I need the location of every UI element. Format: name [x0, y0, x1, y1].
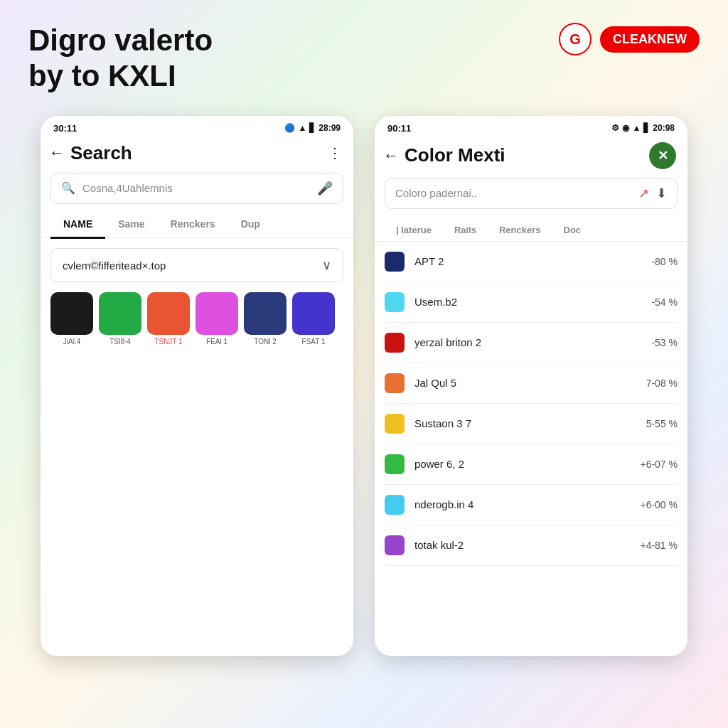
download-icon[interactable]: ⬇: [656, 186, 667, 201]
swatch-label-1: TSI8·4: [109, 338, 130, 346]
color-pct-4: 5-55 %: [635, 418, 678, 429]
right-phone: 90:11 ⚙ ◉ ▲ ▋ 20:98 ← Color Mexti ✕ Colo…: [375, 116, 687, 656]
color-dot-6: [385, 495, 405, 515]
back-arrow-left[interactable]: ←: [49, 144, 65, 162]
mic-icon[interactable]: 🎤: [317, 181, 333, 196]
nav-bar-left: ← Search ⋮: [41, 136, 353, 170]
color-dot-1: [385, 292, 405, 312]
list-item-3[interactable]: Jal Qul 5 7-08 %: [385, 363, 678, 404]
swatch-color-4: [244, 292, 287, 335]
signal-icon-r: ⚙: [611, 123, 619, 133]
tab-renckers-right[interactable]: Renckers: [488, 219, 552, 241]
tabs-right: | Iaterue Rails Renckers Doc: [375, 216, 687, 242]
color-dot-0: [385, 252, 405, 272]
color-pct-3: 7-08 %: [635, 378, 678, 389]
search-placeholder-right: Coloro padernai..: [395, 187, 631, 199]
search-input-text-left: Cosna,4Uahlemnis: [82, 182, 310, 194]
swatch-color-2: [147, 292, 190, 335]
color-pct-0: -80 %: [635, 256, 678, 267]
tab-doc[interactable]: Doc: [552, 219, 593, 241]
status-bar-right: 90:11 ⚙ ◉ ▲ ▋ 20:98: [375, 116, 687, 136]
list-item-7[interactable]: totak kul-2 +4-81 %: [385, 525, 678, 566]
color-name-1: Usem.b2: [414, 296, 625, 308]
battery-icon-r: ▋: [643, 123, 650, 133]
swatch-item-2[interactable]: TSNJT 1: [147, 292, 190, 346]
tab-same[interactable]: Same: [105, 211, 157, 239]
status-bar-left: 30:11 🔵 ▲ ▋ 28:99: [41, 116, 353, 136]
header-right: G CLEAKNEW: [559, 23, 700, 55]
close-button[interactable]: ✕: [649, 142, 676, 169]
color-name-4: Sustaon 3 7: [414, 417, 625, 429]
dropdown-text: cvlem©fifferitead×.top: [63, 259, 166, 272]
left-phone: 30:11 🔵 ▲ ▋ 28:99 ← Search ⋮ 🔍 Cosna,4Ua…: [41, 116, 353, 656]
color-dot-4: [385, 414, 405, 434]
dropdown-left[interactable]: cvlem©fifferitead×.top ∨: [50, 248, 343, 282]
list-item-5[interactable]: power 6, 2 +6-07 %: [385, 444, 678, 485]
nav-title-left: Search: [70, 142, 322, 164]
status-time-right-left: 90:11: [387, 123, 411, 134]
tab-renckers-left[interactable]: Renckers: [158, 211, 228, 239]
search-input-right[interactable]: Coloro padernai.. ↗ ⬇: [385, 178, 678, 209]
tab-rails[interactable]: Rails: [443, 219, 488, 241]
swatch-label-3: FEAl 1: [206, 338, 228, 346]
page-title: Digro valerto by to KXLI: [28, 23, 213, 95]
status-time-right-right: 20:98: [653, 123, 675, 133]
list-item-0[interactable]: APT 2 -80 %: [385, 242, 678, 282]
swatch-item-0[interactable]: JiAl.4: [50, 292, 93, 346]
more-menu-icon[interactable]: ⋮: [328, 144, 342, 161]
circle-icon-r: ◉: [622, 123, 629, 133]
list-item-2[interactable]: yerzal briton 2 -53 %: [385, 323, 678, 363]
color-list: APT 2 -80 % Usem.b2 -54 % yerzal briton …: [375, 242, 687, 656]
status-icons-left: 🔵 ▲ ▋ 28:99: [284, 123, 341, 133]
swatch-label-5: FSAT 1: [302, 338, 326, 346]
arrow-icon: ↗: [638, 186, 649, 201]
color-pct-5: +6-07 %: [635, 459, 678, 470]
swatch-label-0: JiAl.4: [63, 338, 80, 346]
swatch-color-1: [99, 292, 141, 335]
tab-name[interactable]: NAME: [50, 211, 105, 239]
chevron-down-icon: ∨: [322, 257, 331, 273]
battery-icon: ▋: [309, 123, 316, 133]
status-time-right: 28:99: [318, 123, 341, 133]
search-input-left[interactable]: 🔍 Cosna,4Uahlemnis 🎤: [50, 173, 343, 204]
back-arrow-right[interactable]: ←: [383, 146, 399, 165]
color-name-7: totak kul-2: [414, 539, 625, 551]
color-name-5: power 6, 2: [414, 458, 625, 470]
swatch-label-2: TSNJT 1: [154, 338, 182, 346]
list-item-6[interactable]: nderogb.in 4 +6-00 %: [385, 485, 678, 525]
status-time-left: 30:11: [53, 123, 77, 134]
tab-iaterue[interactable]: | Iaterue: [385, 219, 443, 241]
page-header: Digro valerto by to KXLI G CLEAKNEW: [0, 0, 728, 109]
color-pct-7: +4-81 %: [635, 540, 678, 551]
swatch-item-1[interactable]: TSI8·4: [99, 292, 141, 346]
color-name-3: Jal Qul 5: [414, 377, 625, 389]
wifi-icon-r: ▲: [632, 123, 641, 133]
color-dot-3: [385, 373, 405, 393]
wifi-icon: ▲: [298, 123, 306, 133]
color-pct-6: +6-00 %: [635, 499, 678, 510]
list-item-1[interactable]: Usem.b2 -54 %: [385, 282, 678, 323]
swatch-color-0: [50, 292, 93, 335]
color-pct-2: -53 %: [635, 337, 678, 348]
phones-container: 30:11 🔵 ▲ ▋ 28:99 ← Search ⋮ 🔍 Cosna,4Ua…: [0, 109, 728, 656]
list-item-4[interactable]: Sustaon 3 7 5-55 %: [385, 404, 678, 444]
tabs-left: NAME Same Renckers Dup: [41, 211, 353, 239]
swatch-item-4[interactable]: TONl 2: [244, 292, 287, 346]
color-name-0: APT 2: [414, 255, 625, 267]
swatch-label-4: TONl 2: [254, 338, 277, 346]
swatch-item-3[interactable]: FEAl 1: [196, 292, 238, 346]
tab-dup[interactable]: Dup: [228, 211, 273, 239]
color-name-6: nderogb.in 4: [414, 498, 625, 510]
color-dot-5: [385, 454, 405, 474]
search-icon-left: 🔍: [61, 181, 75, 195]
swatch-item-5[interactable]: FSAT 1: [292, 292, 335, 346]
logo-icon: G: [559, 23, 592, 55]
signal-icon: 🔵: [284, 123, 295, 133]
color-dot-7: [385, 535, 405, 555]
swatch-color-3: [196, 292, 238, 335]
cleaknew-badge: CLEAKNEW: [600, 26, 700, 53]
nav-bar-right: ← Color Mexti ✕: [375, 136, 687, 175]
swatches-row: JiAl.4 TSI8·4 TSNJT 1 FEAl 1 TONl 2 FSAT…: [41, 292, 353, 346]
color-pct-1: -54 %: [635, 296, 678, 308]
swatch-color-5: [292, 292, 335, 335]
